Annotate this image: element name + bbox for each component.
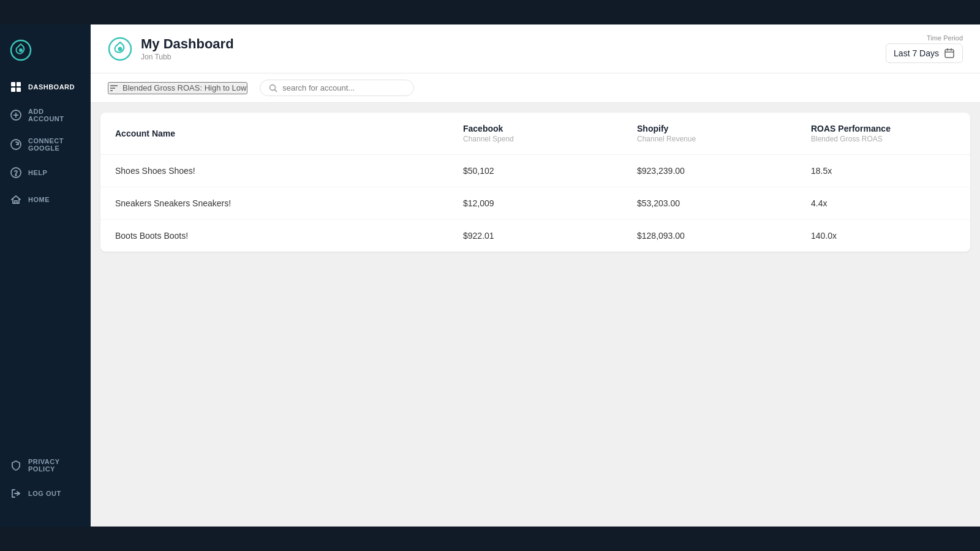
account-name-cell: Sneakers Sneakers Sneakers! — [100, 187, 448, 220]
user-name: Jon Tubb — [141, 53, 234, 61]
sidebar-item-label: LOG OUT — [28, 490, 61, 497]
sidebar-item-label: DASHBOARD — [28, 83, 75, 91]
sidebar-bottom: PRIVACY POLICY LOG OUT — [0, 451, 91, 517]
table-row[interactable]: Shoes Shoes Shoes! $50,102 $923,239.00 1… — [100, 155, 970, 187]
svg-point-15 — [118, 47, 123, 51]
roas-cell: 140.0x — [796, 220, 970, 252]
header-right: Time Period Last 7 Days — [886, 34, 963, 63]
connect-google-icon — [10, 138, 22, 151]
svg-point-1 — [19, 48, 23, 52]
table-body: Shoes Shoes Shoes! $50,102 $923,239.00 1… — [100, 155, 970, 252]
svg-rect-3 — [17, 82, 21, 86]
search-icon — [269, 84, 277, 92]
svg-line-24 — [275, 89, 277, 92]
svg-rect-16 — [945, 50, 954, 58]
plus-circle-icon — [10, 109, 22, 121]
header-title-block: My Dashboard Jon Tubb — [141, 36, 234, 61]
col-header-roas: ROAS Performance Blended Gross ROAS — [796, 113, 970, 155]
sidebar-item-label: HELP — [28, 169, 47, 176]
sidebar: DASHBOARD ADD ACCOUNT — [0, 24, 91, 527]
sidebar-item-dashboard[interactable]: DASHBOARD — [0, 73, 91, 100]
header: My Dashboard Jon Tubb Time Period Last 7… — [91, 24, 980, 73]
sort-icon — [109, 83, 119, 93]
header-logo — [108, 37, 132, 61]
accounts-table-container: Account Name Facebook Channel Spend Shop… — [100, 113, 970, 252]
svg-point-9 — [11, 140, 21, 149]
search-container — [260, 80, 414, 96]
shopify-revenue-cell: $53,203.00 — [622, 187, 796, 220]
sidebar-item-connect-google[interactable]: CONNECT GOOGLE — [0, 130, 91, 159]
sidebar-item-label: ADD ACCOUNT — [28, 108, 81, 122]
table-row[interactable]: Sneakers Sneakers Sneakers! $12,009 $53,… — [100, 187, 970, 220]
roas-cell: 4.4x — [796, 187, 970, 220]
sort-button[interactable]: Blended Gross ROAS: High to Low — [108, 82, 247, 94]
time-period-label: Time Period — [927, 34, 963, 42]
facebook-spend-cell: $50,102 — [448, 155, 622, 187]
sidebar-logo — [0, 34, 91, 73]
toolbar: Blended Gross ROAS: High to Low — [91, 73, 980, 103]
home-icon — [10, 193, 22, 206]
roas-cell: 18.5x — [796, 155, 970, 187]
app-logo-icon — [10, 39, 32, 61]
svg-point-11 — [15, 174, 17, 176]
sidebar-nav: DASHBOARD ADD ACCOUNT — [0, 73, 91, 451]
svg-rect-5 — [17, 88, 21, 92]
calendar-icon — [944, 48, 955, 59]
app-body: DASHBOARD ADD ACCOUNT — [0, 24, 980, 527]
svg-rect-12 — [15, 201, 17, 203]
top-bar — [0, 0, 980, 24]
time-period-value: Last 7 Days — [894, 48, 939, 58]
log-out-icon — [10, 487, 22, 500]
col-header-facebook: Facebook Channel Spend — [448, 113, 622, 155]
header-left: My Dashboard Jon Tubb — [108, 36, 234, 61]
grid-icon — [10, 81, 22, 93]
svg-rect-4 — [11, 88, 15, 92]
account-name-cell: Boots Boots Boots! — [100, 220, 448, 252]
sort-label: Blended Gross ROAS: High to Low — [123, 83, 246, 92]
time-period-selector[interactable]: Last 7 Days — [886, 43, 963, 63]
svg-rect-2 — [11, 82, 15, 86]
shield-icon — [10, 459, 22, 471]
question-circle-icon — [10, 167, 22, 179]
sidebar-item-help[interactable]: HELP — [0, 159, 91, 186]
account-name-cell: Shoes Shoes Shoes! — [100, 155, 448, 187]
main-content: My Dashboard Jon Tubb Time Period Last 7… — [91, 24, 980, 527]
sidebar-item-label: CONNECT GOOGLE — [28, 137, 81, 152]
shopify-revenue-cell: $923,239.00 — [622, 155, 796, 187]
table-header: Account Name Facebook Channel Spend Shop… — [100, 113, 970, 155]
search-input[interactable] — [282, 83, 405, 92]
sidebar-item-privacy-policy[interactable]: PRIVACY POLICY — [0, 451, 91, 480]
shopify-revenue-cell: $128,093.00 — [622, 220, 796, 252]
sidebar-item-label: PRIVACY POLICY — [28, 458, 81, 473]
bottom-bar — [0, 527, 980, 551]
accounts-table: Account Name Facebook Channel Spend Shop… — [100, 113, 970, 252]
app-name: My Dashboard — [141, 36, 234, 52]
facebook-spend-cell: $922.01 — [448, 220, 622, 252]
sidebar-item-home[interactable]: HOME — [0, 186, 91, 213]
sidebar-item-log-out[interactable]: LOG OUT — [0, 480, 91, 507]
facebook-spend-cell: $12,009 — [448, 187, 622, 220]
svg-point-23 — [270, 84, 276, 90]
sidebar-item-add-account[interactable]: ADD ACCOUNT — [0, 100, 91, 130]
col-header-shopify: Shopify Channel Revenue — [622, 113, 796, 155]
col-header-account: Account Name — [100, 113, 448, 155]
table-row[interactable]: Boots Boots Boots! $922.01 $128,093.00 1… — [100, 220, 970, 252]
sidebar-item-label: HOME — [28, 196, 50, 203]
